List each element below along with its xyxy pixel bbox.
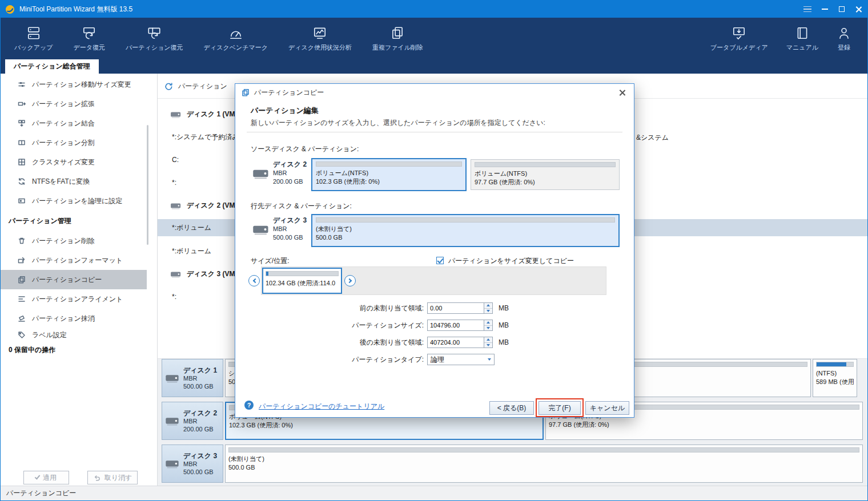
resize-copy-checkbox[interactable] bbox=[436, 257, 444, 264]
sidebar-item-convert-ntfs-fat[interactable]: NTFSをFATに変換 bbox=[1, 172, 147, 191]
source-partition-block-2[interactable]: ボリューム(NTFS) 97.7 GB (使用済: 0%) bbox=[471, 159, 620, 190]
chevron-right-icon bbox=[347, 278, 351, 283]
slider-right-arrow-button[interactable] bbox=[344, 275, 356, 286]
sidebar-item-wipe[interactable]: パーティション抹消 bbox=[1, 309, 147, 328]
field-label: 後の未割り当て領域: bbox=[292, 336, 424, 349]
field-row-unallocated-after: 後の未割り当て領域: MB bbox=[235, 336, 634, 349]
source-partition-block-selected[interactable]: ボリューム(NTFS) 102.3 GB (使用済: 0%) bbox=[311, 158, 467, 191]
block-size: 97.7 GB (使用済: 0%) bbox=[475, 178, 616, 187]
sidebar-item-extend[interactable]: パーティション拡張 bbox=[1, 94, 147, 114]
unallocated-after-spinner[interactable] bbox=[484, 337, 493, 348]
destination-disk-info: ディスク 3 MBR 500.00 GB bbox=[273, 216, 307, 242]
toolbar-bootable-media[interactable]: ブータブルメディア bbox=[710, 26, 768, 52]
sidebar-item-format[interactable]: パーティションフォーマット bbox=[1, 251, 147, 270]
apply-button[interactable]: 適用 bbox=[23, 471, 69, 484]
dialog-title: パーティションコピー bbox=[254, 88, 324, 98]
toolbar-backup[interactable]: バックアップ bbox=[14, 26, 53, 52]
sidebar-item-cluster-size[interactable]: クラスタサイズ変更 bbox=[1, 152, 147, 172]
window-controls bbox=[799, 1, 867, 18]
partition-row-label: *: bbox=[172, 293, 176, 301]
dialog-close-button[interactable] bbox=[616, 87, 629, 98]
toolbar-partition-recovery[interactable]: パーティション復元 bbox=[126, 26, 183, 52]
sidebar-item-label: パーティションフォーマット bbox=[32, 256, 123, 265]
maximize-button[interactable] bbox=[833, 1, 850, 18]
sidebar-item-set-logical[interactable]: パーティションを論理に設定 bbox=[1, 191, 147, 211]
toolbar-disk-benchmark[interactable]: ディスクベンチマーク bbox=[204, 26, 268, 52]
logical-partition-icon bbox=[18, 197, 26, 205]
unallocated-before-input[interactable] bbox=[427, 302, 484, 314]
sidebar-item-label: パーティション削除 bbox=[32, 236, 95, 246]
disk1-partition-block-ntfs-589mb[interactable]: (NTFS) 589 MB (使用 bbox=[813, 359, 857, 397]
block-size: 102.3 GB (使用済: 0%) bbox=[316, 177, 462, 186]
toolbar-data-recovery[interactable]: データ復元 bbox=[74, 26, 106, 52]
alignment-icon bbox=[18, 295, 26, 303]
resize-copy-checkbox-label: パーティションをサイズ変更してコピー bbox=[448, 256, 574, 266]
duplicate-files-icon bbox=[390, 26, 405, 41]
disk2-map-label[interactable]: ディスク 2 MBR 200.00 GB bbox=[162, 402, 223, 440]
sidebar-item-move-resize[interactable]: パーティション移動/サイズ変更 bbox=[1, 75, 147, 94]
field-label: パーティションタイプ: bbox=[292, 353, 424, 366]
disk-size: 500.00 GB bbox=[183, 382, 217, 390]
disk1-map-label[interactable]: ディスク 1 MBR 500.00 GB bbox=[162, 359, 223, 397]
toolbar-manual[interactable]: マニュアル bbox=[786, 26, 818, 52]
field-row-partition-type: パーティションタイプ: 論理 bbox=[235, 353, 634, 366]
disk-icon bbox=[165, 459, 180, 468]
slider-left-arrow-button[interactable] bbox=[248, 275, 260, 286]
destination-unallocated-block-selected[interactable]: (未割り当て) 500.0 GB bbox=[311, 214, 620, 247]
cancel-button[interactable]: キャンセル bbox=[585, 401, 629, 415]
menu-icon[interactable] bbox=[799, 1, 816, 18]
sidebar-item-delete[interactable]: パーティション削除 bbox=[1, 231, 147, 251]
register-user-icon bbox=[837, 26, 851, 41]
field-row-partition-size: パーティションサイズ: MB bbox=[235, 319, 634, 332]
disk-name: ディスク 3 bbox=[183, 452, 217, 460]
sidebar-item-alignment[interactable]: パーティションアライメント bbox=[1, 289, 147, 309]
field-label: 前の未割り当て領域: bbox=[292, 302, 424, 314]
unit-label: MB bbox=[499, 336, 509, 349]
disk3-row-label: ディスク 3 (VM bbox=[187, 269, 235, 279]
sidebar-item-label: ラベル設定 bbox=[32, 330, 67, 340]
unallocated-after-input[interactable] bbox=[427, 337, 484, 348]
minimize-button[interactable] bbox=[816, 1, 833, 18]
block-name: (未割り当て) bbox=[228, 455, 859, 463]
toolbar-data-recovery-label: データ復元 bbox=[74, 43, 106, 52]
usage-chart-icon bbox=[312, 26, 327, 41]
sidebar-scrollbar[interactable] bbox=[147, 125, 148, 245]
toolbar-duplicate-file-remove[interactable]: 重複ファイル削除 bbox=[372, 26, 423, 52]
disk-icon bbox=[252, 224, 270, 235]
format-icon bbox=[18, 256, 26, 264]
app-window: MiniTool Partition Wizard 無料版 13.5 バックアッ… bbox=[0, 0, 868, 501]
tab-partition-management[interactable]: パーティション総合管理 bbox=[5, 59, 99, 74]
dialog-title-bar: パーティションコピー bbox=[235, 84, 634, 101]
tutorial-link[interactable]: パーティションコピーのチュートリアル bbox=[259, 402, 384, 411]
sidebar-item-copy[interactable]: パーティションコピー bbox=[1, 270, 147, 289]
toolbar-register-label: 登録 bbox=[838, 43, 850, 52]
toolbar-register[interactable]: 登録 bbox=[837, 26, 851, 52]
undo-button[interactable]: 取り消す bbox=[87, 471, 138, 484]
apply-button-label: 適用 bbox=[43, 473, 57, 483]
disk-map-row-disk3: ディスク 3 MBR 500.00 GB (未割り当て) 500.0 GB bbox=[162, 445, 863, 483]
split-icon bbox=[18, 139, 26, 147]
help-icon[interactable]: ? bbox=[244, 401, 254, 410]
size-slider-segment[interactable]: 102.34 GB (使用済:114.0 bbox=[262, 268, 342, 294]
partition-size-spinner[interactable] bbox=[484, 320, 493, 331]
disk3-map-label[interactable]: ディスク 3 MBR 500.00 GB bbox=[162, 445, 223, 483]
partition-type-dropdown[interactable]: 論理 bbox=[427, 354, 495, 365]
back-button[interactable]: < 戻る(B) bbox=[489, 401, 534, 415]
unit-label: MB bbox=[499, 319, 509, 332]
sidebar-item-label-setting[interactable]: ラベル設定 bbox=[1, 328, 147, 342]
sidebar-section-partition-management: パーティション管理 bbox=[9, 216, 146, 226]
unallocated-before-spinner[interactable] bbox=[484, 302, 493, 314]
slider-segment-text: 102.34 GB (使用済:114.0 bbox=[266, 278, 339, 288]
close-button[interactable] bbox=[850, 1, 867, 18]
finish-button[interactable]: 完了(F) bbox=[539, 401, 581, 415]
sidebar-item-split[interactable]: パーティション分割 bbox=[1, 133, 147, 152]
disk1-row-label: ディスク 1 (VM bbox=[187, 110, 235, 119]
sidebar-item-merge[interactable]: パーティション結合 bbox=[1, 114, 147, 133]
type-column-fragment: &システム bbox=[636, 133, 669, 143]
partition-column-header: パーティション bbox=[178, 74, 227, 99]
refresh-icon[interactable] bbox=[164, 82, 173, 91]
partition-size-input[interactable] bbox=[427, 320, 484, 331]
disk3-unallocated-block[interactable]: (未割り当て) 500.0 GB bbox=[225, 445, 863, 483]
toolbar-disk-usage-analysis[interactable]: ディスク使用状況分析 bbox=[288, 26, 352, 52]
pending-operations-header: 0 保留中の操作 bbox=[9, 345, 146, 355]
